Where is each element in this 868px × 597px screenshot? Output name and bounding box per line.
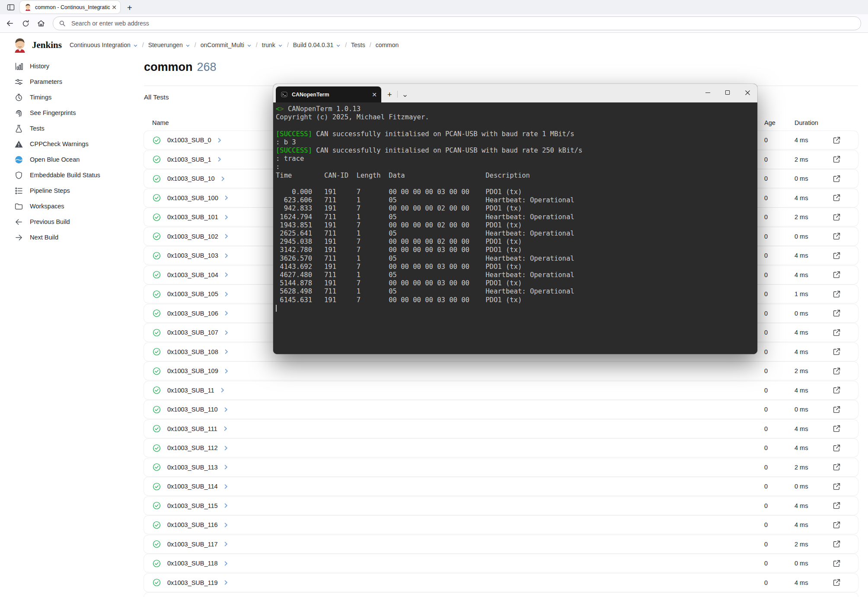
- terminal-window-controls: [698, 84, 757, 101]
- test-name-link[interactable]: 0x1003_SUB_100: [167, 195, 218, 201]
- external-link-icon[interactable]: [832, 251, 855, 260]
- chevron-down-icon[interactable]: [185, 43, 190, 48]
- test-name-link[interactable]: 0x1003_SUB_108: [167, 348, 218, 355]
- table-row: 0x1003_SUB_11400 ms: [144, 477, 858, 495]
- new-tab-icon[interactable]: +: [127, 3, 132, 12]
- external-link-icon[interactable]: [832, 540, 855, 549]
- external-link-icon[interactable]: [832, 424, 855, 433]
- test-name-link[interactable]: 0x1003_SUB_106: [167, 310, 218, 317]
- external-link-icon[interactable]: [832, 213, 855, 222]
- sidebar-item-label: CPPCheck Warnings: [30, 140, 89, 147]
- external-link-icon[interactable]: [832, 367, 855, 376]
- test-name-link[interactable]: 0x1003_SUB_109: [167, 367, 218, 374]
- sidebar-item-see-fingerprints[interactable]: See Fingerprints: [0, 105, 133, 121]
- chevron-down-icon[interactable]: [278, 43, 283, 48]
- chevron-down-icon[interactable]: [247, 43, 252, 48]
- external-link-icon[interactable]: [832, 193, 855, 202]
- sidebar-item-tests[interactable]: Tests: [0, 121, 133, 136]
- browser-tab[interactable]: common - Continous_Integration ✕: [20, 1, 120, 13]
- test-name-link[interactable]: 0x1003_SUB_105: [167, 291, 218, 297]
- test-name-link[interactable]: 0x1003_SUB_119: [167, 579, 218, 586]
- maximize-icon[interactable]: [718, 84, 737, 101]
- test-name-link[interactable]: 0x1003_SUB_104: [167, 271, 218, 278]
- sidebar-item-workspaces[interactable]: Workspaces: [0, 198, 133, 214]
- test-name-link[interactable]: 0x1003_SUB_0: [167, 137, 211, 144]
- sidebar-toggle-icon[interactable]: [6, 2, 16, 13]
- test-name-link[interactable]: 0x1003_SUB_116: [167, 521, 218, 528]
- address-input[interactable]: [70, 19, 855, 27]
- test-name-link[interactable]: 0x1003_SUB_101: [167, 214, 218, 220]
- back-icon[interactable]: [4, 18, 16, 29]
- breadcrumb-item[interactable]: Tests: [351, 42, 365, 48]
- jenkins-logo[interactable]: [12, 37, 28, 53]
- test-name-link[interactable]: 0x1003_SUB_118: [167, 560, 218, 567]
- address-bar[interactable]: [53, 16, 861, 30]
- terminal-titlebar[interactable]: CANopenTerm ✕ +: [273, 84, 757, 102]
- test-name-link[interactable]: 0x1003_SUB_107: [167, 329, 218, 336]
- terminal-tab[interactable]: CANopenTerm ✕: [276, 86, 381, 102]
- breadcrumb-item[interactable]: Continuous Integration: [70, 42, 131, 48]
- sidebar-item-next-build[interactable]: Next Build: [0, 230, 133, 245]
- external-link-icon[interactable]: [832, 405, 855, 414]
- sidebar-item-pipeline-steps[interactable]: Pipeline Steps: [0, 183, 133, 198]
- external-link-icon[interactable]: [832, 328, 855, 337]
- sidebar-item-previous-build[interactable]: Previous Build: [0, 214, 133, 230]
- chevron-down-icon[interactable]: [336, 43, 341, 48]
- sidebar-item-history[interactable]: History: [0, 58, 133, 74]
- breadcrumb-item[interactable]: onCommit_Multi: [201, 42, 244, 48]
- external-link-icon[interactable]: [832, 347, 855, 356]
- test-name-link[interactable]: 0x1003_SUB_115: [167, 502, 218, 509]
- external-link-icon[interactable]: [832, 155, 855, 164]
- sidebar-item-timings[interactable]: Timings: [0, 89, 133, 105]
- external-link-icon[interactable]: [832, 463, 855, 472]
- external-link-icon[interactable]: [832, 444, 855, 453]
- tab-close-icon[interactable]: ✕: [112, 4, 117, 10]
- chevron-down-icon[interactable]: [133, 43, 138, 48]
- chevron-right-icon: [223, 348, 230, 355]
- sidebar-item-cppcheck-warnings[interactable]: CPPCheck Warnings: [0, 136, 133, 152]
- test-name-link[interactable]: 0x1003_SUB_112: [167, 444, 218, 451]
- success-check-icon: [152, 174, 161, 183]
- sidebar-item-parameters[interactable]: Parameters: [0, 74, 133, 89]
- minimize-icon[interactable]: [698, 84, 718, 101]
- external-link-icon[interactable]: [832, 136, 855, 145]
- duration-value: 2 ms: [795, 367, 832, 374]
- test-name-link[interactable]: 0x1003_SUB_102: [167, 233, 218, 240]
- breadcrumb-item[interactable]: Build 0.04.0.31: [293, 42, 333, 48]
- test-name-link[interactable]: 0x1003_SUB_110: [167, 406, 218, 413]
- reload-icon[interactable]: [20, 18, 31, 29]
- external-link-icon[interactable]: [832, 309, 855, 318]
- external-link-icon[interactable]: [832, 578, 855, 587]
- test-name-link[interactable]: 0x1003_SUB_111: [167, 425, 217, 432]
- sidebar-item-label: Previous Build: [30, 218, 70, 225]
- external-link-icon[interactable]: [832, 174, 855, 183]
- test-name-link[interactable]: 0x1003_SUB_103: [167, 252, 218, 259]
- external-link-icon[interactable]: [832, 290, 855, 299]
- home-icon[interactable]: [35, 18, 47, 29]
- external-link-icon[interactable]: [832, 559, 855, 568]
- terminal-body[interactable]: <> CANopenTerm 1.0.13Copyright (c) 2025,…: [273, 102, 757, 354]
- sidebar-item-embeddable-build-status[interactable]: Embeddable Build Status: [0, 167, 133, 183]
- test-name-link[interactable]: 0x1003_SUB_113: [167, 464, 218, 471]
- test-name-link[interactable]: 0x1003_SUB_1: [167, 156, 211, 163]
- breadcrumb-item[interactable]: trunk: [262, 42, 275, 48]
- test-name-link[interactable]: 0x1003_SUB_11: [167, 387, 214, 394]
- sidebar-item-open-blue-ocean[interactable]: Open Blue Ocean: [0, 152, 133, 167]
- breadcrumb-item[interactable]: Steuerungen: [148, 42, 183, 48]
- jenkins-wordmark[interactable]: Jenkins: [32, 40, 62, 51]
- terminal-new-tab-icon[interactable]: +: [387, 91, 392, 99]
- external-link-icon[interactable]: [832, 501, 855, 510]
- external-link-icon[interactable]: [832, 386, 855, 395]
- age-value: 0: [764, 233, 795, 240]
- terminal-tab-close-icon[interactable]: ✕: [372, 92, 377, 98]
- test-name-link[interactable]: 0x1003_SUB_10: [167, 175, 215, 182]
- external-link-icon[interactable]: [832, 482, 855, 491]
- external-link-icon[interactable]: [832, 270, 855, 279]
- test-name-link[interactable]: 0x1003_SUB_117: [167, 541, 218, 548]
- close-icon[interactable]: [737, 84, 757, 101]
- terminal-dropdown-icon[interactable]: [402, 93, 408, 99]
- chevron-right-icon: [223, 541, 229, 547]
- external-link-icon[interactable]: [832, 520, 855, 530]
- external-link-icon[interactable]: [832, 232, 855, 241]
- test-name-link[interactable]: 0x1003_SUB_114: [167, 483, 218, 490]
